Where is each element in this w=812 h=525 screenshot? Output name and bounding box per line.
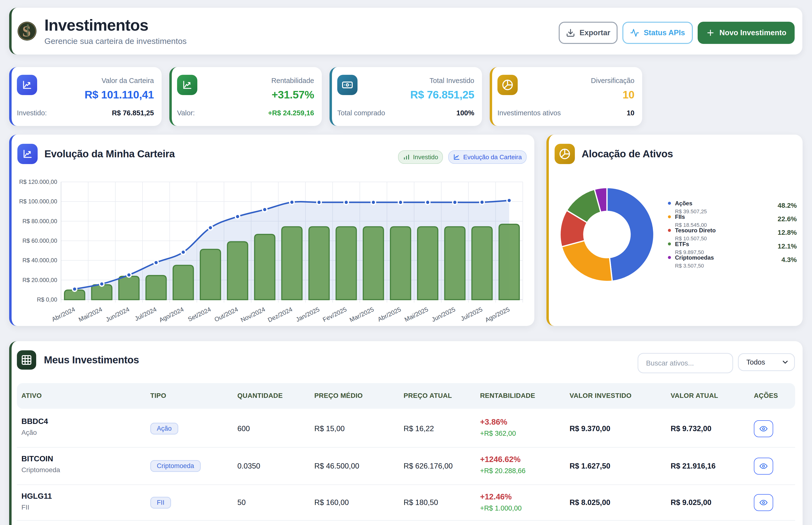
svg-text:S: S — [22, 23, 31, 40]
svg-text:Abr/2025: Abr/2025 — [377, 306, 402, 323]
svg-text:Nov/2024: Nov/2024 — [240, 306, 266, 323]
svg-text:Ago/2024: Ago/2024 — [158, 306, 185, 323]
svg-text:Mai/2024: Mai/2024 — [77, 306, 103, 323]
svg-text:Jul/2025: Jul/2025 — [460, 306, 483, 322]
svg-text:Mar/2025: Mar/2025 — [348, 306, 375, 323]
svg-text:12.1%: 12.1% — [778, 242, 797, 250]
svg-text:R$ 3.507,50: R$ 3.507,50 — [675, 263, 704, 269]
svg-text:Abr/2024: Abr/2024 — [51, 306, 76, 323]
svg-text:Dez/2024: Dez/2024 — [267, 306, 294, 323]
svg-text:Ações: Ações — [675, 200, 692, 207]
svg-text:Tesouro Direto: Tesouro Direto — [675, 227, 716, 234]
svg-text:Jul/2024: Jul/2024 — [134, 306, 157, 322]
svg-text:Jun/2025: Jun/2025 — [431, 306, 456, 323]
svg-text:R$ 80.000,00: R$ 80.000,00 — [22, 218, 57, 224]
svg-text:Fev/2025: Fev/2025 — [321, 306, 348, 323]
svg-text:Out/2024: Out/2024 — [213, 306, 239, 323]
svg-text:R$ 120.000,00: R$ 120.000,00 — [19, 179, 57, 185]
svg-text:R$ 100.000,00: R$ 100.000,00 — [19, 198, 57, 205]
svg-text:FIIs: FIIs — [675, 213, 685, 220]
svg-text:Set/2024: Set/2024 — [187, 306, 212, 322]
svg-text:Mai/2025: Mai/2025 — [403, 306, 429, 323]
svg-text:R$ 0,00: R$ 0,00 — [37, 296, 57, 303]
svg-text:48.2%: 48.2% — [778, 202, 797, 209]
svg-text:Ago/2025: Ago/2025 — [484, 306, 511, 323]
svg-text:Criptomoedas: Criptomoedas — [675, 254, 714, 261]
svg-text:12.8%: 12.8% — [778, 229, 797, 236]
svg-text:Jan/2025: Jan/2025 — [295, 306, 320, 323]
svg-text:Jun/2024: Jun/2024 — [105, 306, 131, 323]
svg-text:4.3%: 4.3% — [781, 256, 797, 264]
svg-text:R$ 40.000,00: R$ 40.000,00 — [22, 257, 57, 264]
svg-text:R$ 20.000,00: R$ 20.000,00 — [22, 277, 57, 283]
svg-text:22.6%: 22.6% — [778, 215, 797, 223]
svg-text:R$ 60.000,00: R$ 60.000,00 — [22, 237, 57, 244]
svg-text:ETFs: ETFs — [675, 241, 689, 247]
